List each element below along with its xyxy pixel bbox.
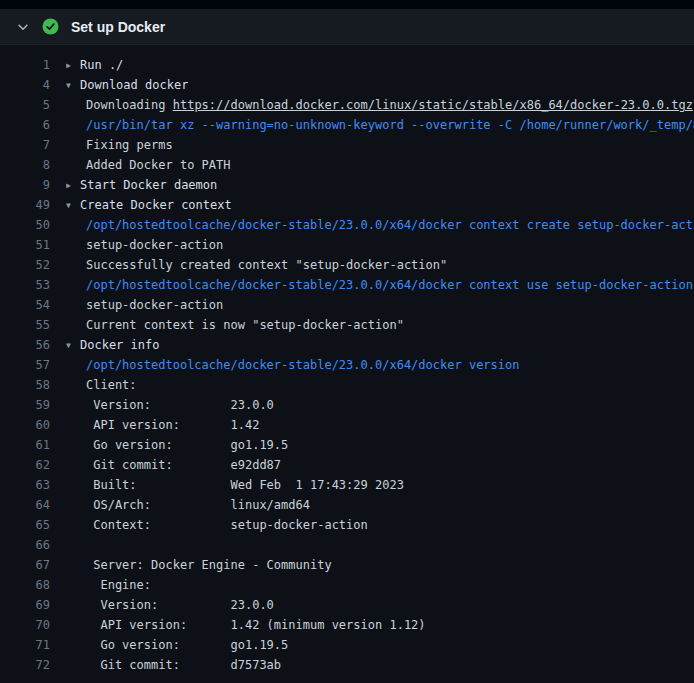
log-text: API version: 1.42 bbox=[86, 418, 259, 432]
log-text: Fixing perms bbox=[86, 138, 173, 152]
log-line: 64 OS/Arch: linux/amd64 bbox=[0, 495, 694, 515]
log-text: OS/Arch: linux/amd64 bbox=[86, 498, 310, 512]
log-line: 9▶Start Docker daemon bbox=[0, 175, 694, 195]
line-number[interactable]: 59 bbox=[0, 395, 50, 415]
log-line: 63 Built: Wed Feb 1 17:43:29 2023 bbox=[0, 475, 694, 495]
line-number[interactable]: 61 bbox=[0, 435, 50, 455]
log-text: API version: 1.42 (minimum version 1.12) bbox=[86, 618, 426, 632]
group-title[interactable]: Run ./ bbox=[80, 58, 123, 72]
log-line: 62 Git commit: e92dd87 bbox=[0, 455, 694, 475]
line-number[interactable]: 55 bbox=[0, 315, 50, 335]
line-number[interactable]: 72 bbox=[0, 655, 50, 675]
log-text: setup-docker-action bbox=[86, 238, 223, 252]
log-line: 6/usr/bin/tar xz --warning=no-unknown-ke… bbox=[0, 115, 694, 135]
log-line: 66 bbox=[0, 535, 694, 555]
log-line: 59 Version: 23.0.0 bbox=[0, 395, 694, 415]
line-number[interactable]: 53 bbox=[0, 275, 50, 295]
line-number[interactable]: 49 bbox=[0, 195, 50, 215]
line-number[interactable]: 63 bbox=[0, 475, 50, 495]
line-number[interactable]: 68 bbox=[0, 575, 50, 595]
chevron-down-icon[interactable] bbox=[16, 20, 30, 34]
step-header[interactable]: Set up Docker bbox=[0, 9, 694, 45]
line-number[interactable]: 65 bbox=[0, 515, 50, 535]
line-number[interactable]: 56 bbox=[0, 335, 50, 355]
line-number[interactable]: 52 bbox=[0, 255, 50, 275]
group-expanded-icon[interactable]: ▼ bbox=[66, 336, 80, 355]
log-line: 60 API version: 1.42 bbox=[0, 415, 694, 435]
step-title: Set up Docker bbox=[71, 19, 165, 35]
log-text: Client: bbox=[86, 378, 137, 392]
log-link[interactable]: https://download.docker.com/linux/static… bbox=[173, 98, 693, 112]
log-text: Version: 23.0.0 bbox=[86, 598, 274, 612]
line-number[interactable]: 8 bbox=[0, 155, 50, 175]
line-number[interactable]: 71 bbox=[0, 635, 50, 655]
group-title[interactable]: Create Docker context bbox=[80, 198, 232, 212]
line-number[interactable]: 7 bbox=[0, 135, 50, 155]
line-number[interactable]: 60 bbox=[0, 415, 50, 435]
log-line: 5Downloading https://download.docker.com… bbox=[0, 95, 694, 115]
group-title[interactable]: Download docker bbox=[80, 78, 188, 92]
log-container[interactable]: 1▶Run ./4▼Download docker5Downloading ht… bbox=[0, 45, 694, 683]
line-number[interactable]: 50 bbox=[0, 215, 50, 235]
log-line: 54setup-docker-action bbox=[0, 295, 694, 315]
line-number[interactable]: 9 bbox=[0, 175, 50, 195]
command-text: /usr/bin/tar xz --warning=no-unknown-key… bbox=[86, 118, 694, 132]
command-text: /opt/hostedtoolcache/docker-stable/23.0.… bbox=[86, 358, 519, 372]
log-text: Context: setup-docker-action bbox=[86, 518, 368, 532]
line-number[interactable]: 69 bbox=[0, 595, 50, 615]
line-number[interactable]: 62 bbox=[0, 455, 50, 475]
page-top-edge bbox=[0, 0, 694, 9]
log-line: 49▼Create Docker context bbox=[0, 195, 694, 215]
log-line: 4▼Download docker bbox=[0, 75, 694, 95]
line-number[interactable]: 66 bbox=[0, 535, 50, 555]
line-number[interactable]: 58 bbox=[0, 375, 50, 395]
group-title[interactable]: Docker info bbox=[80, 338, 159, 352]
log-line: 55Current context is now "setup-docker-a… bbox=[0, 315, 694, 335]
line-number[interactable]: 57 bbox=[0, 355, 50, 375]
log-line: 57/opt/hostedtoolcache/docker-stable/23.… bbox=[0, 355, 694, 375]
log-line: 61 Go version: go1.19.5 bbox=[0, 435, 694, 455]
line-number[interactable]: 51 bbox=[0, 235, 50, 255]
log-text: Git commit: d7573ab bbox=[86, 658, 281, 672]
log-text: Current context is now "setup-docker-act… bbox=[86, 318, 404, 332]
log-line: 68 Engine: bbox=[0, 575, 694, 595]
log-text: setup-docker-action bbox=[86, 298, 223, 312]
line-number[interactable]: 67 bbox=[0, 555, 50, 575]
log-text: Go version: go1.19.5 bbox=[86, 638, 288, 652]
line-number[interactable]: 4 bbox=[0, 75, 50, 95]
log-line: 72 Git commit: d7573ab bbox=[0, 655, 694, 675]
group-expanded-icon[interactable]: ▼ bbox=[66, 196, 80, 215]
line-number[interactable]: 5 bbox=[0, 95, 50, 115]
group-collapsed-icon[interactable]: ▶ bbox=[66, 56, 80, 75]
log-line: 1▶Run ./ bbox=[0, 55, 694, 75]
log-text: Built: Wed Feb 1 17:43:29 2023 bbox=[86, 478, 404, 492]
group-title[interactable]: Start Docker daemon bbox=[80, 178, 217, 192]
log-line: 67 Server: Docker Engine - Community bbox=[0, 555, 694, 575]
line-number[interactable]: 1 bbox=[0, 55, 50, 75]
log-line: 65 Context: setup-docker-action bbox=[0, 515, 694, 535]
line-number[interactable]: 64 bbox=[0, 495, 50, 515]
log-text: Server: Docker Engine - Community bbox=[86, 558, 332, 572]
log-text: Version: 23.0.0 bbox=[86, 398, 274, 412]
group-expanded-icon[interactable]: ▼ bbox=[66, 76, 80, 95]
command-text: /opt/hostedtoolcache/docker-stable/23.0.… bbox=[86, 278, 693, 292]
log-line: 52Successfully created context "setup-do… bbox=[0, 255, 694, 275]
step-success-icon bbox=[42, 18, 59, 35]
line-number[interactable]: 6 bbox=[0, 115, 50, 135]
line-number[interactable]: 70 bbox=[0, 615, 50, 635]
log-line: 50/opt/hostedtoolcache/docker-stable/23.… bbox=[0, 215, 694, 235]
log-text: Go version: go1.19.5 bbox=[86, 438, 288, 452]
group-collapsed-icon[interactable]: ▶ bbox=[66, 176, 80, 195]
log-line: 51setup-docker-action bbox=[0, 235, 694, 255]
log-text: Added Docker to PATH bbox=[86, 158, 231, 172]
log-line: 53/opt/hostedtoolcache/docker-stable/23.… bbox=[0, 275, 694, 295]
log-line: 69 Version: 23.0.0 bbox=[0, 595, 694, 615]
log-line: 70 API version: 1.42 (minimum version 1.… bbox=[0, 615, 694, 635]
log-line: 56▼Docker info bbox=[0, 335, 694, 355]
log-text: Downloading bbox=[86, 98, 173, 112]
log-line: 71 Go version: go1.19.5 bbox=[0, 635, 694, 655]
log-text: Git commit: e92dd87 bbox=[86, 458, 281, 472]
log-line: 7Fixing perms bbox=[0, 135, 694, 155]
log-text: Engine: bbox=[86, 578, 151, 592]
line-number[interactable]: 54 bbox=[0, 295, 50, 315]
